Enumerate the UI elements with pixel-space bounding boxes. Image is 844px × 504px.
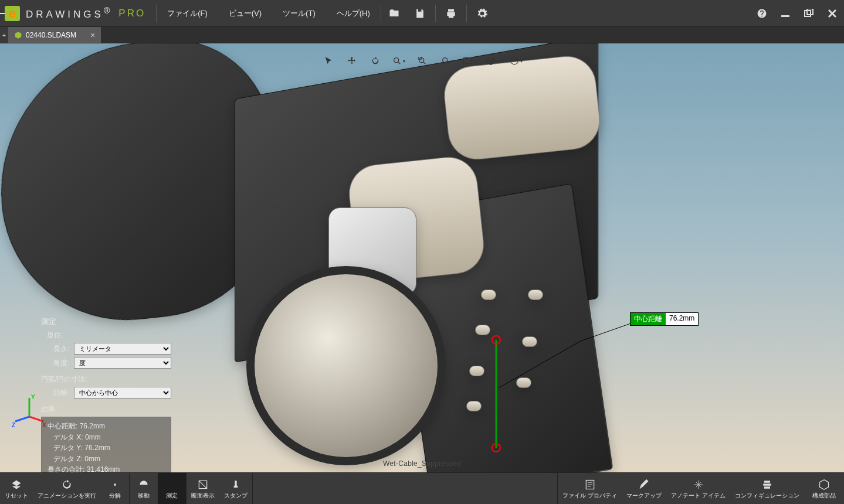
logo-icon: e bbox=[5, 6, 20, 21]
configuration-label: Wet-Cable_Suppressed bbox=[383, 459, 461, 468]
cmd-reset-label: リセット bbox=[5, 492, 28, 500]
result-dx: デルタ X: 0mm bbox=[48, 432, 165, 443]
cmd-explode-label: 分解 bbox=[109, 492, 121, 500]
logo-reg: ® bbox=[104, 6, 113, 15]
angle-label: 角度: bbox=[41, 358, 74, 368]
display-style-icon[interactable]: ▾ bbox=[458, 53, 480, 69]
document-tab[interactable]: 02440.SLDASM × bbox=[8, 27, 101, 43]
cmd-move-label: 移動 bbox=[138, 492, 150, 500]
callout-label: 中心距離 bbox=[631, 313, 666, 325]
length-label: 長さ: bbox=[41, 344, 74, 354]
view-toolbar: ▾ ▾ ▾ ▾ bbox=[314, 52, 531, 70]
cmd-config[interactable]: コンフィギュレーション bbox=[730, 473, 804, 504]
cmd-reset[interactable]: リセット bbox=[0, 473, 33, 504]
svg-text:Y: Y bbox=[31, 394, 35, 400]
menu-view[interactable]: ビュー(V) bbox=[218, 0, 272, 26]
add-tab-button[interactable]: + bbox=[0, 27, 8, 43]
help-icon[interactable] bbox=[750, 0, 774, 26]
svg-point-3 bbox=[394, 58, 398, 63]
open-icon[interactable] bbox=[381, 0, 407, 26]
assembly-icon bbox=[14, 31, 22, 39]
cmd-components[interactable]: 構成部品 bbox=[804, 473, 844, 504]
close-tab-icon[interactable]: × bbox=[90, 31, 95, 39]
cmd-properties[interactable]: ファイル プロパティ bbox=[558, 473, 622, 504]
cmd-measure-label: 測定 bbox=[166, 492, 178, 500]
distance-select[interactable]: 中心から中心 bbox=[74, 387, 171, 399]
rotate-icon[interactable] bbox=[364, 53, 387, 69]
result-center: 中心距離: 76.2mm bbox=[48, 421, 165, 432]
measurement-callout[interactable]: 中心距離 76.2mm bbox=[631, 313, 698, 325]
viewport-3d[interactable]: ▾ ▾ ▾ ▾ 中心距離 76.2mm X Y Z 測定 単位: 長さ: ミリメ… bbox=[0, 43, 844, 472]
pan-icon[interactable] bbox=[341, 53, 363, 69]
cmd-markup[interactable]: マークアップ bbox=[622, 473, 666, 504]
zoom-area-icon[interactable] bbox=[435, 53, 457, 69]
cmd-markup-label: マークアップ bbox=[626, 492, 662, 500]
cmd-stamp[interactable]: スタンプ bbox=[219, 473, 252, 504]
cmd-annotate-label: アノテート アイテム bbox=[671, 492, 726, 500]
svg-rect-7 bbox=[463, 58, 471, 63]
menu-tools[interactable]: ツール(T) bbox=[272, 0, 326, 26]
save-icon[interactable] bbox=[407, 0, 433, 26]
results-box: 中心距離: 76.2mm デルタ X: 0mm デルタ Y: 76.2mm デル… bbox=[41, 417, 171, 472]
cmd-components-label: 構成部品 bbox=[812, 492, 836, 500]
settings-icon[interactable] bbox=[469, 0, 495, 26]
perspective-icon[interactable]: ▾ bbox=[482, 53, 504, 69]
units-title: 単位: bbox=[47, 331, 171, 340]
menu-file[interactable]: ファイル(F) bbox=[157, 0, 218, 26]
command-bar: リセット アニメーションを実行 分解 移動 測定 断面表示 スタンプ ファイル … bbox=[0, 472, 844, 504]
zoom-window-icon[interactable]: ▾ bbox=[388, 53, 410, 69]
cmd-move[interactable]: 移動 bbox=[130, 473, 158, 504]
arc-title: 円弧/円の寸法: bbox=[41, 374, 171, 384]
cmd-annotate[interactable]: アノテート アイテム bbox=[666, 473, 730, 504]
minimize-button[interactable] bbox=[774, 0, 797, 26]
cmd-config-label: コンフィギュレーション bbox=[735, 492, 799, 500]
measure-panel: 測定 単位: 長さ: ミリメータ 角度: 度 円弧/円の寸法: 距離: 中心から… bbox=[41, 313, 171, 472]
cmd-explode[interactable]: 分解 bbox=[101, 473, 129, 504]
logo-text: DRAWINGS bbox=[26, 9, 104, 20]
svg-line-15 bbox=[15, 417, 29, 421]
tab-strip: + 02440.SLDASM × bbox=[0, 27, 844, 43]
result-total: 長さの合計: 31.416mm bbox=[48, 464, 165, 472]
maximize-button[interactable] bbox=[797, 0, 821, 26]
menu-bar: e DRAWINGS® PRO ファイル(F) ビュー(V) ツール(T) ヘル… bbox=[0, 0, 844, 27]
cmd-animate-label: アニメーションを実行 bbox=[38, 492, 96, 500]
svg-rect-0 bbox=[781, 15, 789, 17]
results-title: 結果: bbox=[41, 404, 171, 414]
menu-help[interactable]: ヘルプ(H) bbox=[326, 0, 381, 26]
svg-text:Z: Z bbox=[12, 422, 15, 428]
cmd-animate[interactable]: アニメーションを実行 bbox=[33, 473, 101, 504]
close-button[interactable] bbox=[821, 0, 844, 26]
callout-value: 76.2mm bbox=[666, 313, 698, 325]
select-icon[interactable] bbox=[317, 53, 340, 69]
view-cube-icon[interactable]: ▾ bbox=[505, 53, 527, 69]
angle-select[interactable]: 度 bbox=[74, 357, 171, 369]
panel-title: 測定 bbox=[41, 316, 171, 327]
distance-label: 距離: bbox=[41, 388, 74, 398]
length-select[interactable]: ミリメータ bbox=[74, 343, 171, 355]
cmd-measure[interactable]: 測定 bbox=[158, 473, 186, 504]
result-dz: デルタ Z: 0mm bbox=[48, 454, 165, 465]
tab-label: 02440.SLDASM bbox=[26, 31, 76, 39]
result-dy: デルタ Y: 76.2mm bbox=[48, 442, 165, 454]
svg-point-6 bbox=[442, 58, 447, 63]
print-icon[interactable] bbox=[438, 0, 464, 26]
cmd-props-label: ファイル プロパティ bbox=[562, 492, 617, 500]
app-logo: e DRAWINGS® PRO bbox=[0, 0, 156, 26]
cmd-stamp-label: スタンプ bbox=[224, 492, 248, 500]
zoom-fit-icon[interactable] bbox=[411, 53, 433, 69]
cmd-section[interactable]: 断面表示 bbox=[187, 473, 219, 504]
logo-pro: PRO bbox=[118, 8, 145, 19]
cmd-section-label: 断面表示 bbox=[191, 492, 215, 500]
